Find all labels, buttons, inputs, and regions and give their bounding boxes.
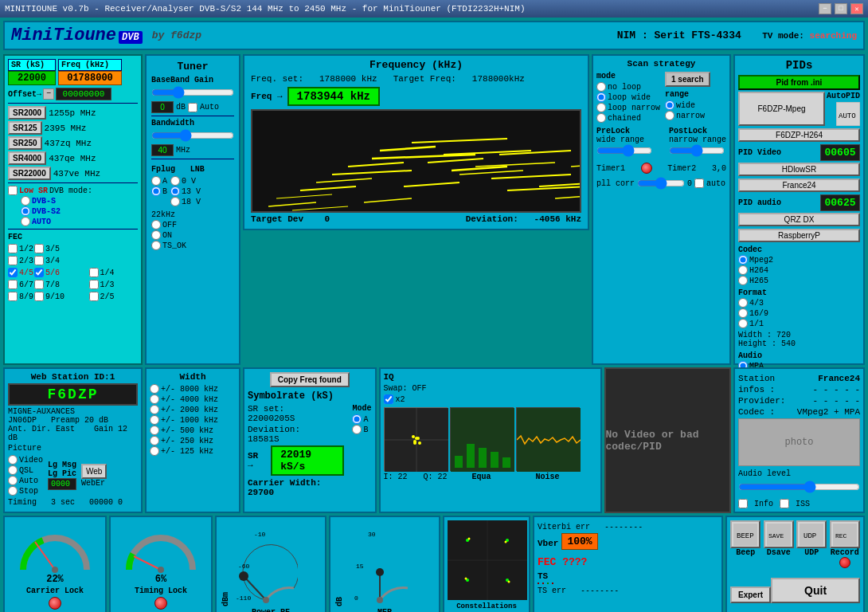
copy-freq-button[interactable]: Copy Freq found (270, 372, 350, 387)
lowsr-checkbox[interactable] (8, 186, 18, 195)
f6dzp-h264-button[interactable]: F6DZP-H264 (738, 128, 860, 142)
fec-78[interactable] (34, 280, 44, 289)
udp-button[interactable]: UDP (796, 520, 827, 548)
sr-value[interactable]: 22000 (8, 71, 56, 85)
record-button[interactable]: REC (830, 520, 860, 548)
baseband-gain-slider[interactable] (151, 86, 234, 99)
mpeg2-radio[interactable] (738, 255, 748, 265)
vber-value: 100% (561, 533, 597, 550)
lnb-0v-radio[interactable] (170, 176, 180, 186)
fec-25[interactable] (89, 292, 99, 301)
offset-value[interactable]: 00000000 (56, 88, 111, 100)
freq-display-value[interactable]: 1783944 kHz (287, 87, 380, 106)
h264-radio[interactable] (738, 265, 748, 275)
mode-b-radio[interactable] (352, 425, 362, 434)
audio-level-slider[interactable] (738, 481, 860, 493)
22khz-off-radio[interactable] (151, 220, 161, 230)
sr4000-button[interactable]: SR4000 (8, 151, 46, 165)
fec-14[interactable] (89, 268, 99, 277)
dvbs2-radio[interactable] (21, 206, 30, 216)
expert-button[interactable]: Expert (730, 586, 771, 603)
bandwidth-slider[interactable] (151, 129, 234, 142)
fec-12[interactable] (8, 244, 18, 253)
fec-910[interactable] (34, 292, 44, 301)
offset-minus-button[interactable]: − (43, 88, 54, 100)
fec-13[interactable] (89, 280, 99, 289)
beep-button[interactable]: BEEP (730, 520, 760, 548)
width-4000-radio[interactable] (150, 394, 159, 404)
svg-line-18 (364, 198, 412, 202)
width-250-radio[interactable] (150, 436, 159, 445)
fec-56[interactable] (34, 268, 44, 277)
x2-checkbox[interactable] (384, 394, 393, 404)
fec-67[interactable] (8, 280, 18, 289)
width-1000-radio[interactable] (150, 415, 159, 425)
prelock-slider[interactable] (596, 144, 652, 157)
raspberryp-button[interactable]: RaspberryP (738, 229, 860, 242)
fec-35[interactable] (34, 244, 44, 253)
width-125-radio[interactable] (150, 446, 159, 456)
fec-23[interactable] (8, 256, 18, 265)
mode-a-radio[interactable] (352, 414, 362, 424)
dsave-button[interactable]: SAVE (764, 520, 794, 548)
fplug-a-radio[interactable] (151, 176, 161, 186)
fplug-b-radio[interactable] (151, 186, 161, 196)
scan-narrow-radio[interactable] (665, 111, 674, 120)
hdlowsr-button[interactable]: HDlowSR (738, 163, 860, 176)
sr125-button[interactable]: SR125 (8, 121, 42, 135)
pid-from-ini-button[interactable]: Pid from .ini (738, 75, 860, 90)
france24-button[interactable]: France24 (738, 178, 860, 192)
auto-radio[interactable] (21, 217, 30, 226)
pll-auto-checkbox[interactable] (694, 178, 704, 188)
f6dzp-mpeg-button[interactable]: F6DZP-Mpeg (738, 92, 825, 126)
width-8000-radio[interactable] (150, 384, 159, 394)
scan-noloop-radio[interactable] (596, 82, 606, 92)
sr250-button[interactable]: SR250 (8, 136, 42, 150)
fec-89[interactable] (8, 292, 18, 301)
sr-set-row: SR set: 22000205S (248, 404, 344, 423)
lnb-13v-radio[interactable] (170, 186, 180, 196)
auto-checkbox[interactable] (188, 103, 197, 112)
dvbs-radio[interactable] (21, 196, 30, 206)
f43-radio[interactable] (738, 298, 748, 308)
bw-input[interactable] (151, 144, 174, 156)
web-button[interactable]: Web (81, 464, 107, 479)
qrzdx-button[interactable]: QRZ DX (738, 213, 860, 226)
width-500-radio[interactable] (150, 426, 159, 435)
sr2000-button[interactable]: SR2000 (8, 106, 46, 120)
lnb-18v-radio[interactable] (170, 197, 180, 206)
db-input[interactable]: 0 (151, 101, 174, 113)
close-button[interactable]: ✕ (850, 3, 863, 14)
scan-chained-radio[interactable] (596, 113, 606, 123)
fec-34[interactable] (34, 256, 44, 265)
pll-slider[interactable] (637, 177, 685, 190)
spectrum-display (251, 109, 581, 213)
width-2000-radio[interactable] (150, 405, 159, 414)
search-button[interactable]: 1 search (665, 72, 710, 87)
f169-radio[interactable] (738, 308, 748, 318)
minimize-button[interactable]: − (819, 3, 831, 14)
22khz-tsok-radio[interactable] (151, 241, 161, 250)
maximize-button[interactable]: □ (835, 3, 847, 14)
auto-pic-radio[interactable] (8, 476, 18, 485)
iss-checkbox[interactable] (780, 499, 789, 508)
video-radio[interactable] (8, 455, 18, 465)
scan-wide-radio[interactable] (665, 100, 674, 110)
quit-button[interactable]: Quit (771, 578, 860, 603)
postlock-slider[interactable] (669, 144, 725, 157)
scan-loopwide-radio[interactable] (596, 92, 606, 102)
scan-loopnarrow-radio[interactable] (596, 103, 606, 112)
h265-radio[interactable] (738, 276, 748, 285)
sr-display-value[interactable]: 22019 kS/s (271, 445, 344, 476)
svg-text:30: 30 (368, 531, 376, 538)
info-checkbox[interactable] (738, 499, 748, 508)
bw-unit: MHz (176, 146, 190, 155)
22khz-on-radio[interactable] (151, 230, 161, 240)
qsl-radio[interactable] (8, 465, 18, 475)
fec-45[interactable] (8, 268, 18, 277)
f11-radio[interactable] (738, 319, 748, 328)
sr-freq-panel: SR (kS) 22000 Freq (kHz) 01788000 Offset… (3, 54, 143, 365)
freq-value[interactable]: 01788000 (58, 71, 122, 85)
stop-pic-radio[interactable] (8, 486, 18, 496)
sr22000-button[interactable]: SR22000 (8, 167, 51, 180)
